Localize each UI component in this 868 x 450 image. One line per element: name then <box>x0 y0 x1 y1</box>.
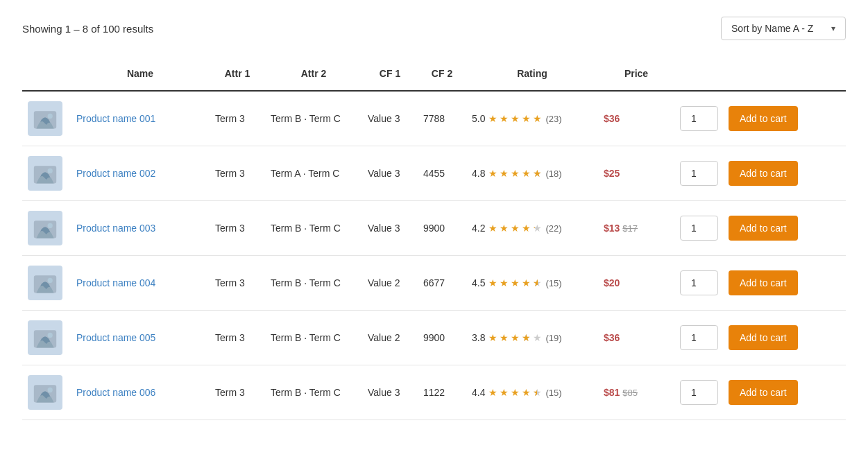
product-price: $25 <box>598 165 674 182</box>
product-name-cell[interactable]: Product name 001 <box>71 110 210 127</box>
star-full-icon: ★ <box>500 223 509 234</box>
svg-point-7 <box>48 278 53 283</box>
add-to-cart-button[interactable]: Add to cart <box>729 380 798 405</box>
product-name-cell[interactable]: Product name 002 <box>71 165 210 182</box>
table-row: Product name 001Term 3Term B · Term CVal… <box>22 92 846 146</box>
star-partial-icon: ★★ <box>533 387 542 398</box>
product-qty-cell <box>674 158 723 189</box>
star-full-icon: ★ <box>511 387 520 398</box>
product-cf1: Value 3 <box>362 384 418 401</box>
product-attr2: Term A · Term C <box>265 165 362 182</box>
col-header-image <box>22 62 71 85</box>
product-add-to-cart-cell: Add to cart <box>723 158 827 189</box>
product-attr1: Term 3 <box>210 384 265 401</box>
product-cf1: Value 3 <box>362 110 418 127</box>
product-name-link[interactable]: Product name 005 <box>76 332 155 343</box>
product-image <box>22 318 71 358</box>
price-current: $36 <box>604 113 620 124</box>
star-partial-icon: ★★ <box>533 168 542 179</box>
star-full-icon: ★ <box>500 113 509 124</box>
results-count: Showing 1 – 8 of 100 results <box>22 23 153 35</box>
add-to-cart-button[interactable]: Add to cart <box>729 106 798 131</box>
rating-value: 5.0 <box>472 113 485 124</box>
add-to-cart-button[interactable]: Add to cart <box>729 216 798 241</box>
star-full-icon: ★ <box>522 168 531 179</box>
star-full-icon: ★ <box>522 223 531 234</box>
quantity-input[interactable] <box>680 270 718 295</box>
quantity-input[interactable] <box>680 161 718 186</box>
add-to-cart-button[interactable]: Add to cart <box>729 270 798 295</box>
col-header-cf2: CF 2 <box>418 62 466 85</box>
product-cf2: 9900 <box>418 329 466 346</box>
star-full-icon: ★ <box>522 277 531 288</box>
rating-count: (23) <box>545 114 561 124</box>
table-row: Product name 006Term 3Term B · Term CVal… <box>22 365 846 420</box>
price-original: $17 <box>622 223 638 234</box>
product-name-link[interactable]: Product name 001 <box>76 113 155 124</box>
product-price: $36 <box>598 329 674 346</box>
product-qty-cell <box>674 213 723 243</box>
table-row: Product name 004Term 3Term B · Term CVal… <box>22 256 846 311</box>
product-cf2: 4455 <box>418 165 466 182</box>
product-qty-cell <box>674 268 723 298</box>
star-partial-icon: ★★ <box>522 332 531 343</box>
add-to-cart-button[interactable]: Add to cart <box>729 161 798 186</box>
col-header-attr1: Attr 1 <box>210 62 265 85</box>
add-to-cart-button[interactable]: Add to cart <box>729 325 798 350</box>
product-name-cell[interactable]: Product name 006 <box>71 384 210 401</box>
product-name-cell[interactable]: Product name 005 <box>71 329 210 346</box>
quantity-input[interactable] <box>680 216 718 241</box>
product-cf1: Value 3 <box>362 220 418 236</box>
product-rating: 3.8★★★★★★(19) <box>466 329 598 346</box>
product-rating: 4.4★★★★★★(15) <box>466 384 598 401</box>
product-attr1: Term 3 <box>210 329 265 346</box>
product-thumbnail-icon <box>33 380 58 405</box>
svg-point-11 <box>48 388 53 392</box>
rating-count: (15) <box>545 278 561 288</box>
col-header-attr2: Attr 2 <box>265 62 362 85</box>
rating-value: 4.2 <box>472 223 485 234</box>
product-name-link[interactable]: Product name 004 <box>76 277 155 288</box>
product-image <box>22 98 71 139</box>
product-price: $13$17 <box>598 220 674 236</box>
quantity-input[interactable] <box>680 380 718 405</box>
quantity-input[interactable] <box>680 106 718 131</box>
product-thumbnail-icon <box>33 270 58 295</box>
product-rating: 5.0★★★★★(23) <box>466 110 598 127</box>
chevron-down-icon: ▾ <box>831 24 835 33</box>
star-full-icon: ★ <box>522 113 531 124</box>
col-header-rating: Rating <box>466 62 598 85</box>
svg-point-9 <box>48 333 53 338</box>
sort-dropdown[interactable]: Sort by Name A - Z ▾ <box>721 17 846 40</box>
star-full-icon: ★ <box>488 332 497 343</box>
star-empty-icon: ★ <box>533 332 542 343</box>
product-cf2: 7788 <box>418 110 466 127</box>
product-attr2: Term B · Term C <box>265 220 362 236</box>
product-image <box>22 263 71 303</box>
svg-point-1 <box>48 114 53 119</box>
col-header-price: Price <box>598 62 674 85</box>
star-full-icon: ★ <box>500 332 509 343</box>
star-full-icon: ★ <box>533 113 542 124</box>
star-full-icon: ★ <box>511 168 520 179</box>
star-full-icon: ★ <box>488 387 497 398</box>
product-name-cell[interactable]: Product name 003 <box>71 220 210 236</box>
product-name-link[interactable]: Product name 002 <box>76 168 155 179</box>
product-name-cell[interactable]: Product name 004 <box>71 275 210 291</box>
rating-count: (18) <box>545 168 561 179</box>
product-attr1: Term 3 <box>210 110 265 127</box>
product-name-link[interactable]: Product name 003 <box>76 223 155 234</box>
product-price: $81$85 <box>598 384 674 401</box>
star-full-icon: ★ <box>511 277 520 288</box>
product-name-link[interactable]: Product name 006 <box>76 387 155 398</box>
product-add-to-cart-cell: Add to cart <box>723 213 827 243</box>
product-image <box>22 153 71 193</box>
svg-point-5 <box>48 223 53 228</box>
product-rating: 4.8★★★★★★(18) <box>466 165 598 182</box>
price-current: $81 <box>604 387 620 398</box>
product-cf2: 9900 <box>418 220 466 236</box>
product-thumbnail-icon <box>33 216 58 241</box>
product-thumbnail-icon <box>33 106 58 131</box>
quantity-input[interactable] <box>680 325 718 350</box>
rating-value: 4.8 <box>472 168 485 179</box>
